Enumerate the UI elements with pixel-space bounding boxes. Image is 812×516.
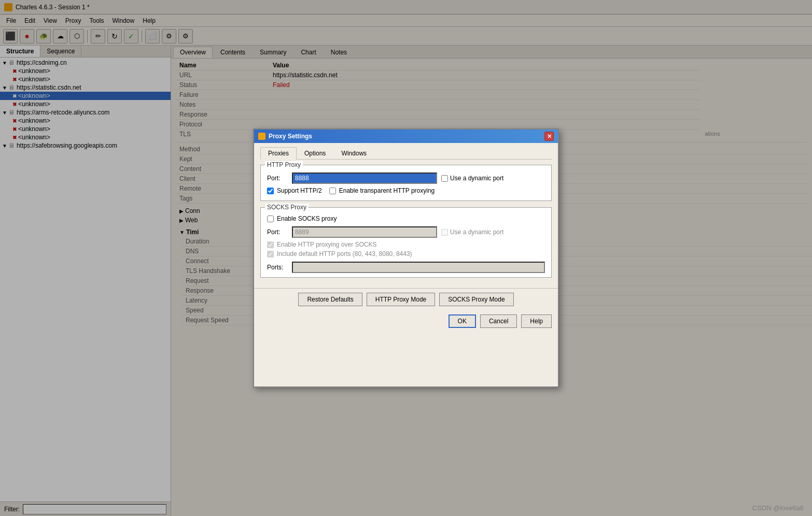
enable-socks-row: Enable SOCKS proxy [267,215,545,222]
socks-proxy-title: SOCKS Proxy [265,204,309,211]
ok-btn[interactable]: OK [449,314,476,328]
support-http2-row: Support HTTP/2 Enable transparent HTTP p… [267,187,545,194]
socks-dynamic-port-checkbox[interactable] [441,229,448,236]
modal-footer: Restore Defaults HTTP Proxy Mode SOCKS P… [254,288,558,310]
include-default-ports-checkbox[interactable] [267,251,274,257]
socks-proxy-mode-btn[interactable]: SOCKS Proxy Mode [439,293,513,306]
cancel-btn[interactable]: Cancel [480,314,517,328]
modal-overlay: Proxy Settings ✕ Proxies Options Windows… [0,0,812,516]
support-http2-checkbox[interactable] [267,188,274,194]
restore-defaults-btn[interactable]: Restore Defaults [298,293,362,306]
http-proxy-mode-btn[interactable]: HTTP Proxy Mode [367,293,435,306]
enable-http-over-socks-checkbox[interactable] [267,241,274,248]
socks-port-label: Port: [267,228,288,236]
http-port-label: Port: [267,175,288,182]
enable-socks-label: Enable SOCKS proxy [277,215,337,222]
modal-title-text: Proxy Settings [269,133,312,140]
proxy-settings-dialog: Proxy Settings ✕ Proxies Options Windows… [253,128,559,388]
enable-http-over-socks-label: Enable HTTP proxying over SOCKS [277,241,377,248]
socks-port-input[interactable] [292,226,437,238]
modal-tab-windows[interactable]: Windows [333,147,374,160]
http-proxy-group: HTTP Proxy Port: Use a dynamic port Supp… [260,165,552,201]
use-dynamic-port-checkbox-label: Use a dynamic port [441,175,503,182]
modal-title-bar: Proxy Settings ✕ [254,130,558,143]
modal-tab-options[interactable]: Options [297,147,333,160]
ports-row: Ports: [267,262,545,273]
enable-http-over-socks-row: Enable HTTP proxying over SOCKS [267,241,545,248]
enable-socks-checkbox[interactable] [267,216,274,222]
support-http2-label: Support HTTP/2 [277,187,322,194]
http-proxy-title: HTTP Proxy [265,161,303,168]
ports-input[interactable] [292,262,545,273]
include-default-ports-label: Include default HTTP ports (80, 443, 808… [277,250,412,257]
modal-footer-bottom: OK Cancel Help [254,310,558,332]
transparent-http-checkbox[interactable] [329,188,336,194]
socks-dynamic-port-checkbox-label: Use a dynamic port [441,228,503,236]
modal-title: Proxy Settings [258,133,312,140]
modal-tab-proxies[interactable]: Proxies [260,147,297,160]
ports-label: Ports: [267,264,288,271]
modal-body: Proxies Options Windows HTTP Proxy Port:… [254,143,558,288]
include-default-ports-row: Include default HTTP ports (80, 443, 808… [267,250,545,257]
http-port-input[interactable] [292,173,437,184]
modal-icon [258,133,265,140]
socks-proxy-group: SOCKS Proxy Enable SOCKS proxy Port: Use… [260,207,552,278]
transparent-http-label: Enable transparent HTTP proxying [339,187,435,194]
http-port-row: Port: Use a dynamic port [267,173,545,184]
use-dynamic-port-checkbox[interactable] [441,175,448,182]
socks-port-row: Port: Use a dynamic port [267,226,545,238]
modal-close-btn[interactable]: ✕ [544,132,554,141]
help-btn[interactable]: Help [521,314,552,328]
modal-tabs: Proxies Options Windows [260,147,552,160]
